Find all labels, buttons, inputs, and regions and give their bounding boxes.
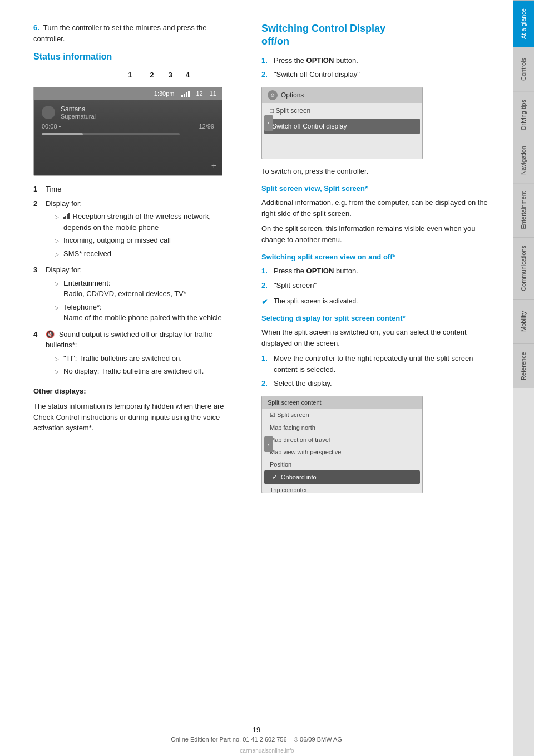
options-icon: ⚙ xyxy=(268,90,278,100)
item-2: 2 Display for: ▷ xyxy=(33,198,234,262)
item-3-bullets: ▷ Entertainment:Radio, CD/DVD, external … xyxy=(55,278,222,323)
item-3: 3 Display for: ▷ Entertainment:Radio, CD… xyxy=(33,264,234,326)
item-4-icon: 🔇 xyxy=(46,330,55,338)
option-key-2: OPTION xyxy=(306,267,334,275)
progress-bar-fill xyxy=(42,133,83,135)
sidebar-tab-communications[interactable]: Communications xyxy=(513,237,534,299)
screen-track-info: Santana Supernatural xyxy=(61,105,96,120)
sidebar-tab-reference[interactable]: Reference xyxy=(513,343,534,388)
item-4-bullet-1-text: "TI": Traffic bulletins are switched on. xyxy=(63,353,182,364)
switching-step-1-text: Press the OPTION button. xyxy=(274,266,358,277)
option-key-1: OPTION xyxy=(306,56,334,65)
item-3-bullet-1: ▷ Entertainment:Radio, CD/DVD, external … xyxy=(55,278,222,300)
other-displays-text: The status information is temporarily hi… xyxy=(33,401,234,434)
page-container: 6. Turn the controller to set the minute… xyxy=(0,0,534,756)
progress-bar xyxy=(42,133,180,135)
item-2-bullet-2: ▷ Incoming, outgoing or missed call xyxy=(55,235,234,246)
right-column: Switching Control Display off/on 1. Pres… xyxy=(261,22,496,723)
item-3-content: Display for: ▷ Entertainment:Radio, CD/D… xyxy=(46,264,222,326)
heading-line2: off/on xyxy=(261,36,289,47)
status-num: 12 xyxy=(196,90,203,97)
split-screen-item-5: Position xyxy=(262,458,422,470)
item-list: 1 Time 2 Display for: ▷ xyxy=(33,184,234,379)
label-2: 2 xyxy=(150,71,154,79)
checkmark-icon: ✔ xyxy=(261,297,270,306)
status-time: 1:30pm xyxy=(154,90,175,97)
step-6-text: Turn the controller to set the minutes a… xyxy=(33,23,206,43)
sidebar-tab-at-a-glance[interactable]: At a glance xyxy=(513,0,534,47)
split-screen-item-3: Map direction of travel xyxy=(262,434,422,446)
step-2: 2. "Switch off Control display" xyxy=(261,69,496,80)
item-3-bullet-2-text: Telephone*:Name of the mobile phone pair… xyxy=(63,302,222,323)
step-6: 6. Turn the controller to set the minute… xyxy=(33,22,234,44)
split-screen-item-4: Map view with perspective xyxy=(262,446,422,458)
sidebar-tab-controls[interactable]: Controls xyxy=(513,47,534,91)
selecting-step-2: 2. Select the display. xyxy=(261,378,496,389)
step-6-number: 6. xyxy=(33,23,39,32)
arrow-icon-1: ▷ xyxy=(55,213,60,233)
selecting-step-2-num: 2. xyxy=(261,378,269,389)
options-item-1: □ Split screen xyxy=(262,103,422,119)
status-image-container: 1 2 3 4 1:30pm xyxy=(33,68,234,176)
steps-1: 1. Press the OPTION button. 2. "Switch o… xyxy=(261,55,496,80)
status-screen: 1:30pm 12 11 xyxy=(33,87,222,176)
split-screen-heading: Split screen view, Split screen* xyxy=(261,184,496,193)
status-screen-inner: 1:30pm 12 11 xyxy=(34,87,222,175)
split-screen-item-7: Trip computer xyxy=(262,484,422,493)
split-screen-item-1: ☑ Split screen xyxy=(262,409,422,421)
options-item-2-highlighted: Switch off Control display xyxy=(264,119,420,134)
item-2-num: 2 xyxy=(33,198,41,262)
item-2-bullet-3: ▷ SMS* received xyxy=(55,248,234,259)
switching-split-steps: 1. Press the OPTION button. 2. "Split sc… xyxy=(261,266,496,291)
options-menu-title: Options xyxy=(281,91,304,99)
item-2-text: Display for: xyxy=(46,199,82,208)
nav-dots: + xyxy=(211,161,216,171)
nav-left-btn: ‹ xyxy=(264,115,273,131)
item-2-bullet-3-text: SMS* received xyxy=(63,248,111,259)
watermark: carmanualsonline.info xyxy=(240,748,294,754)
split-activated-note: ✔ The split screen is activated. xyxy=(261,297,496,306)
split-screen-item-2: Map facing north xyxy=(262,421,422,434)
step-2-text: "Switch off Control display" xyxy=(274,69,360,80)
item-4-bullet-2-text: No display: Traffic bulletins are switch… xyxy=(63,366,204,377)
sidebar-tab-entertainment[interactable]: Entertainment xyxy=(513,183,534,237)
label-3: 3 xyxy=(168,71,172,79)
item-1: 1 Time xyxy=(33,184,234,195)
switching-split-heading: Switching split screen view on and off* xyxy=(261,253,496,261)
step-1: 1. Press the OPTION button. xyxy=(261,55,496,66)
item-3-num: 3 xyxy=(33,264,41,326)
selecting-step-1-text: Move the controller to the right repeate… xyxy=(274,353,496,375)
main-content: 6. Turn the controller to set the minute… xyxy=(0,0,513,756)
split-activated-text: The split screen is activated. xyxy=(274,297,358,305)
label-1: 1 xyxy=(128,71,132,79)
item-4-bullet-2: ▷ No display: Traffic bulletins are swit… xyxy=(55,366,234,377)
selecting-desc: When the split screen is switched on, yo… xyxy=(261,327,496,348)
selecting-steps: 1. Move the controller to the right repe… xyxy=(261,353,496,389)
item-4-num: 4 xyxy=(33,329,41,379)
switching-step-1: 1. Press the OPTION button. xyxy=(261,266,496,277)
left-column: 6. Turn the controller to set the minute… xyxy=(33,22,245,723)
footer: 19 Online Edition for Part no. 01 41 2 6… xyxy=(0,725,513,743)
split-screen-menu-image: Split screen content ☑ Split screen Map … xyxy=(261,396,423,493)
sidebar-tab-driving-tips[interactable]: Driving tips xyxy=(513,91,534,138)
check-icon: ✓ xyxy=(272,473,278,481)
options-menu-image: ⚙ Options □ Split screen Switch off Cont… xyxy=(261,87,423,159)
switching-step-2-text: "Split screen" xyxy=(274,280,317,291)
status-section-heading: Status information xyxy=(33,52,234,62)
item-2-bullet-1: ▷ Reception strength of the wireless net… xyxy=(55,211,234,233)
item-2-bullet-2-text: Incoming, outgoing or missed call xyxy=(63,235,171,246)
sidebar-tab-mobility[interactable]: Mobility xyxy=(513,299,534,343)
arrow-icon-5: ▷ xyxy=(55,303,60,323)
track-time: 00:08 • xyxy=(42,123,61,130)
nav-left-btn-2: ‹ xyxy=(264,436,273,452)
switching-step-1-num: 1. xyxy=(261,266,269,277)
item-2-bullet-1-text: Reception strength of the wireless netwo… xyxy=(63,211,234,233)
step-1-text: Press the OPTION button. xyxy=(274,55,358,66)
arrow-icon-6: ▷ xyxy=(55,355,60,364)
selecting-step-1: 1. Move the controller to the right repe… xyxy=(261,353,496,375)
screen-icon xyxy=(42,106,55,119)
item-4: 4 🔇 Sound output is switched off or disp… xyxy=(33,329,234,379)
sidebar-tab-navigation[interactable]: Navigation xyxy=(513,138,534,183)
status-battery: 11 xyxy=(210,90,216,97)
item-4-content: 🔇 Sound output is switched off or displa… xyxy=(46,329,234,379)
